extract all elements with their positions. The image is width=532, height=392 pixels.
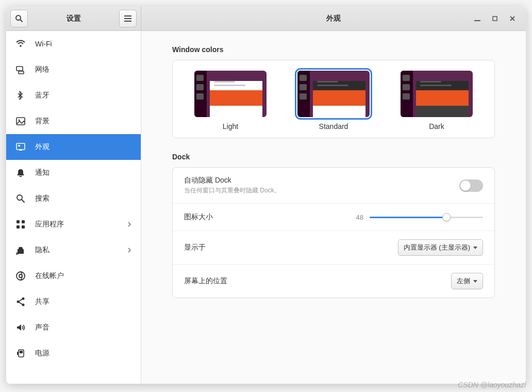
section-title-window-colors: Window colors	[172, 45, 495, 54]
svg-rect-6	[493, 17, 497, 21]
sidebar-item-label: 通知	[35, 168, 49, 177]
icon-size-label: 图标大小	[184, 213, 349, 222]
position-dropdown[interactable]: 左侧	[451, 273, 483, 289]
svg-point-23	[16, 272, 25, 280]
position-label: 屏幕上的位置	[184, 276, 451, 286]
theme-label: Light	[223, 122, 238, 130]
wifi-icon	[15, 39, 26, 49]
hamburger-icon	[124, 15, 131, 22]
chevron-right-icon	[127, 247, 131, 253]
sidebar-item-share[interactable]: 共享	[6, 289, 141, 315]
page-title: 外观	[326, 14, 341, 23]
maximize-button[interactable]	[491, 14, 499, 23]
position-row: 屏幕上的位置 左侧	[173, 264, 494, 298]
sidebar-item-label: 电源	[35, 349, 49, 358]
svg-rect-10	[16, 67, 23, 71]
svg-rect-31	[20, 351, 23, 353]
search-icon	[15, 14, 23, 23]
minimize-button[interactable]	[473, 14, 481, 23]
svg-point-0	[16, 15, 21, 20]
theme-option-standard[interactable]: Standard	[297, 71, 370, 130]
svg-rect-16	[18, 145, 20, 146]
auto-hide-sub: 当任何窗口与其重叠时隐藏 Dock。	[184, 186, 459, 195]
sidebar-item-search[interactable]: 搜索	[6, 186, 141, 211]
background-icon	[15, 116, 26, 126]
theme-option-light[interactable]: Light	[194, 71, 267, 130]
sidebar-item-appearance[interactable]: 外观	[6, 134, 141, 160]
sidebar-item-label: Wi-Fi	[35, 40, 52, 48]
window-colors-panel: Light Standard Dark	[172, 60, 495, 138]
chevron-right-icon	[127, 221, 131, 227]
accounts-icon	[15, 271, 26, 281]
sidebar-item-label: 搜索	[35, 194, 49, 203]
sidebar-item-label: 声音	[35, 323, 49, 332]
sidebar-item-background[interactable]: 背景	[6, 108, 141, 134]
auto-hide-label: 自动隐藏 Dock 当任何窗口与其重叠时隐藏 Dock。	[184, 176, 459, 195]
theme-label: Dark	[429, 122, 444, 130]
appearance-icon	[15, 142, 26, 152]
sidebar-item-label: 应用程序	[35, 220, 64, 229]
show-on-label: 显示于	[184, 243, 398, 252]
apps-icon	[15, 219, 26, 230]
sidebar-item-notifications[interactable]: 通知	[6, 160, 141, 186]
svg-line-28	[19, 299, 22, 301]
privacy-icon	[15, 245, 26, 255]
sound-icon	[15, 322, 26, 333]
close-icon	[509, 15, 516, 22]
sidebar-item-accounts[interactable]: 在线帐户	[6, 263, 141, 289]
sidebar-title: 设置	[28, 14, 119, 23]
svg-point-9	[20, 45, 22, 47]
show-on-value: 内置显示器 (主显示器)	[404, 243, 470, 252]
network-icon	[15, 64, 26, 75]
auto-hide-row: 自动隐藏 Dock 当任何窗口与其重叠时隐藏 Dock。	[173, 168, 494, 203]
sidebar-item-sound[interactable]: 声音	[6, 315, 141, 340]
titlebar-left: 设置	[6, 6, 141, 30]
theme-label: Standard	[319, 122, 348, 130]
show-on-row: 显示于 内置显示器 (主显示器)	[173, 231, 494, 264]
power-icon	[15, 348, 26, 358]
chevron-down-icon	[473, 247, 477, 249]
sidebar-item-apps[interactable]: 应用程序	[6, 211, 141, 237]
sidebar-item-label: 隐私	[35, 246, 49, 255]
sidebar-item-network[interactable]: 网络	[6, 57, 141, 83]
svg-line-18	[22, 200, 24, 202]
theme-options: Light Standard Dark	[173, 60, 494, 138]
watermark: CSDN @laoyouzhazi	[458, 381, 526, 389]
svg-line-1	[21, 20, 23, 22]
svg-point-24	[19, 274, 22, 277]
window-body: Wi-Fi网络蓝牙背景外观通知搜索应用程序隐私在线帐户共享声音电源 Window…	[6, 31, 526, 384]
theme-option-dark[interactable]: Dark	[401, 71, 473, 130]
share-icon	[15, 297, 26, 307]
sidebar-item-power[interactable]: 电源	[6, 340, 141, 366]
icon-size-slider[interactable]	[370, 212, 483, 222]
dock-panel: 自动隐藏 Dock 当任何窗口与其重叠时隐藏 Dock。 图标大小 48 显示于…	[172, 167, 495, 298]
titlebar-right: 外观	[141, 6, 526, 30]
chevron-down-icon	[473, 280, 477, 283]
search-button[interactable]	[10, 10, 28, 27]
bluetooth-icon	[15, 90, 26, 101]
sidebar-item-label: 背景	[35, 117, 49, 126]
theme-thumb-standard	[297, 71, 370, 117]
sidebar-item-label: 在线帐户	[35, 271, 64, 281]
settings-window: 设置 外观 Wi-Fi网络蓝牙背景外观通知搜索应用程序隐私在线帐户共享声音电源 …	[6, 6, 526, 384]
sidebar[interactable]: Wi-Fi网络蓝牙背景外观通知搜索应用程序隐私在线帐户共享声音电源	[6, 31, 141, 384]
svg-rect-4	[124, 21, 131, 22]
close-button[interactable]	[508, 14, 517, 23]
show-on-dropdown[interactable]: 内置显示器 (主显示器)	[398, 239, 483, 256]
sidebar-item-label: 外观	[35, 142, 49, 152]
maximize-icon	[492, 16, 497, 21]
svg-rect-14	[16, 143, 25, 150]
sidebar-item-privacy[interactable]: 隐私	[6, 237, 141, 263]
sidebar-item-wifi[interactable]: Wi-Fi	[6, 31, 141, 57]
svg-rect-5	[474, 20, 480, 21]
sidebar-item-label: 网络	[35, 65, 49, 74]
menu-button[interactable]	[119, 10, 137, 27]
sidebar-item-label: 共享	[35, 297, 49, 306]
svg-rect-22	[22, 225, 25, 228]
svg-rect-11	[19, 71, 24, 74]
notifications-icon	[15, 168, 26, 178]
auto-hide-switch[interactable]	[459, 179, 483, 192]
content-area: Window colors Light Standard Dark Dock 自…	[141, 31, 526, 384]
window-controls	[473, 14, 522, 23]
sidebar-item-bluetooth[interactable]: 蓝牙	[6, 83, 141, 108]
